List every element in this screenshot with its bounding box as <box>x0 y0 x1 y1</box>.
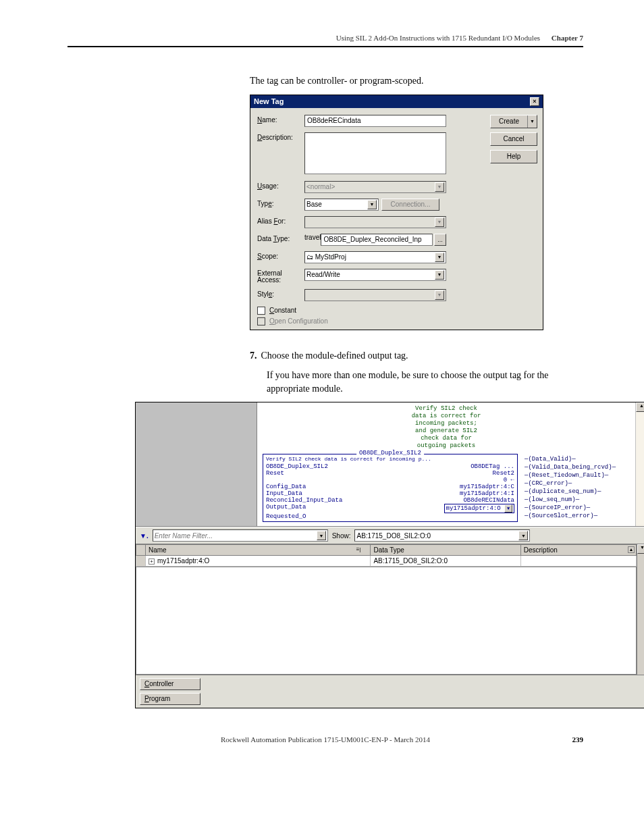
name-label: ame: <box>262 116 277 124</box>
chevron-down-icon: ▼ <box>435 217 444 227</box>
ladder-left-gutter <box>136 402 257 526</box>
table-row[interactable]: +my1715adptr:4:O AB:1715_DO8_SIL2:O:0 <box>136 556 637 567</box>
usage-select: <normal> ▼ <box>304 181 446 193</box>
scroll-down-icon[interactable]: ▼ <box>637 544 644 554</box>
row-handle[interactable] <box>136 556 146 567</box>
filter-bar: ▼. ▼ Show: AB:1715_DO8_SIL2:O:0 ▼ <box>136 527 644 544</box>
table-empty-area <box>136 567 637 675</box>
chevron-down-icon[interactable]: ▼ <box>317 531 325 540</box>
alias-for-select: ▼ <box>304 216 446 228</box>
output-coils: —(Data_Valid)— —(Valid_Data_being_rcvd)—… <box>522 452 630 523</box>
tab-controller[interactable]: Controller <box>140 678 200 690</box>
column-description[interactable]: Description ▲ <box>520 545 636 556</box>
intro-paragraph: The tag can be controller- or program-sc… <box>250 74 583 88</box>
data-type-field[interactable] <box>321 234 433 246</box>
cancel-button[interactable]: Cancel <box>490 132 537 146</box>
help-button[interactable]: Help <box>490 150 537 163</box>
external-access-label: ExternalAccess: <box>257 269 282 284</box>
description-label: escription: <box>262 134 293 141</box>
data-type-label: Data Type: <box>257 235 290 242</box>
column-data-type[interactable]: Data Type <box>371 545 520 556</box>
name-filter-input[interactable]: ▼ <box>153 529 328 542</box>
show-label: Show: <box>332 532 351 540</box>
column-name[interactable]: Name ≡| <box>146 545 371 556</box>
constant-label: Constant <box>269 307 296 314</box>
external-access-select[interactable]: Read/Write ▼ <box>304 269 446 281</box>
type-select[interactable]: Base ▼ <box>304 199 379 211</box>
publication-line: Rockwell Automation Publication 1715-UM0… <box>108 735 543 744</box>
connection-button: Connection... <box>381 199 439 211</box>
style-label: Style: <box>257 290 274 298</box>
instruction-title: OB8DE_Duplex_SIL2 <box>356 450 424 457</box>
instruction-block[interactable]: OB8DE_Duplex_SIL2 Verify SIL2 check data… <box>263 454 518 522</box>
chapter-label: Chapter 7 <box>552 34 583 42</box>
dialog-titlebar: New Tag × <box>250 95 543 108</box>
table-scrollbar[interactable]: ▼ <box>637 544 644 675</box>
create-button[interactable]: Create ▼ <box>490 115 537 128</box>
alias-for-label: Alias For: <box>257 217 286 225</box>
tag-table: Name ≡| Data Type Description ▲ <box>136 544 637 567</box>
open-config-label: Open Configuration <box>269 317 328 325</box>
scroll-up-icon[interactable]: ▲ <box>636 402 644 412</box>
filter-icon[interactable]: ▼. <box>140 532 149 540</box>
scope-label: cope: <box>262 253 278 260</box>
dialog-title-text: New Tag <box>254 97 284 105</box>
new-tag-dialog: New Tag × Create ▼ Cancel Help Name: Des… <box>250 95 543 330</box>
create-dropdown-icon[interactable]: ▼ <box>527 115 537 128</box>
running-header: Using SIL 2 Add-On Instructions with 171… <box>68 34 583 47</box>
rung-comment: Verify SIL2 check data is correct for in… <box>263 405 630 450</box>
chevron-down-icon[interactable]: ▼ <box>435 253 444 262</box>
expand-icon[interactable]: + <box>149 558 155 565</box>
chevron-down-icon[interactable]: ▼ <box>504 504 512 513</box>
data-type-browse-button[interactable]: ... <box>434 234 446 246</box>
description-field[interactable] <box>304 132 446 174</box>
step-7: 7.Choose the module-defined output tag. <box>250 349 583 363</box>
ladder-tag-window: Verify SIL2 check data is correct for in… <box>135 402 644 708</box>
chevron-down-icon: ▼ <box>435 182 444 192</box>
name-field[interactable] <box>304 115 446 127</box>
constant-checkbox[interactable] <box>257 307 265 315</box>
close-icon[interactable]: × <box>530 97 539 106</box>
page-number: 239 <box>543 735 583 744</box>
scope-tabs: Controller Program <box>136 675 644 708</box>
page-footer: Rockwell Automation Publication 1715-UM0… <box>68 735 583 744</box>
instruction-subtitle: Verify SIL2 check data is correct for in… <box>266 456 514 462</box>
step-7-followup: If you have more than one module, be sur… <box>267 369 583 395</box>
chevron-down-icon[interactable]: ▼ <box>435 270 444 280</box>
chevron-down-icon[interactable]: ▼ <box>367 200 377 209</box>
table-corner <box>136 545 146 556</box>
style-select: ▼ <box>304 289 446 301</box>
sort-icon[interactable]: ≡| <box>356 546 361 552</box>
show-select[interactable]: AB:1715_DO8_SIL2:O:0 ▼ <box>354 529 530 542</box>
tab-program[interactable]: Program <box>140 693 200 705</box>
type-label: Type: <box>257 200 273 207</box>
chevron-down-icon[interactable]: ▼ <box>518 531 528 540</box>
section-title: Using SIL 2 Add-On Instructions with 171… <box>336 34 540 42</box>
usage-label: sage: <box>262 182 278 190</box>
ellipsis-icon[interactable]: ... <box>504 463 514 470</box>
open-config-checkbox <box>257 317 265 325</box>
chevron-down-icon: ▼ <box>435 290 444 300</box>
scope-select[interactable]: 🗂 MyStdProj ▼ <box>304 251 446 263</box>
scroll-up-icon[interactable]: ▲ <box>628 546 635 553</box>
